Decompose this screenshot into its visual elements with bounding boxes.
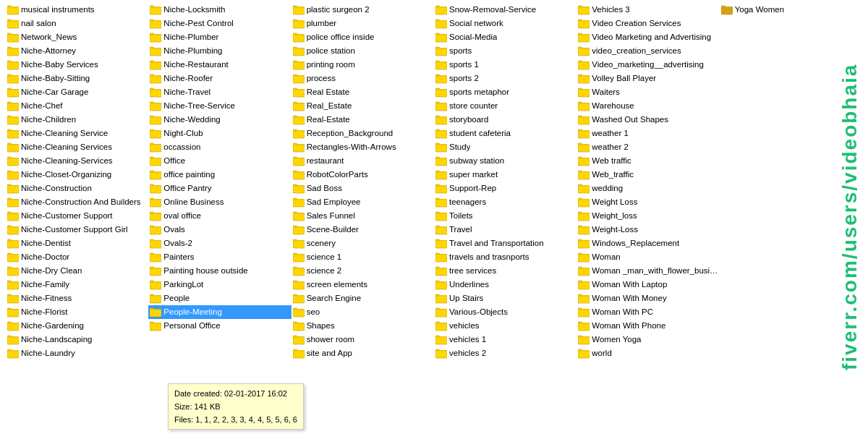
folder-item[interactable]: world [576,346,719,360]
folder-item[interactable]: Niche-Pest Control [148,17,291,30]
folder-item[interactable]: Niche-Restaurant [148,58,291,72]
folder-item[interactable]: Niche-Dentist [6,237,148,250]
folder-item[interactable]: storyboard [434,113,576,127]
folder-item[interactable]: tree services [434,264,576,278]
folder-item[interactable]: Niche-Closet-Organizing [6,168,148,182]
folder-item[interactable]: Woman _man_with_flower_business [576,264,719,278]
folder-item[interactable]: vehicles 1 [434,333,576,346]
folder-item[interactable]: Woman With PC [576,305,719,319]
folder-item[interactable]: Niche-Customer Support Girl [6,223,148,237]
folder-item[interactable]: vehicles 2 [434,346,576,360]
folder-item[interactable]: Niche-Cleaning Services [6,140,148,154]
folder-item[interactable]: Shapes [292,319,434,333]
folder-item[interactable]: police station [292,44,434,58]
folder-item[interactable]: Web_traffic [576,168,719,182]
folder-item[interactable]: Niche-Gardening [6,319,148,333]
folder-item[interactable]: weather 1 [576,127,719,140]
folder-item[interactable]: police office inside [292,30,434,44]
folder-item[interactable]: Woman [576,250,719,264]
folder-item[interactable]: Travel and Transportation [434,237,576,250]
folder-item[interactable]: sports 1 [434,58,576,72]
folder-item[interactable]: Ovals [148,223,291,237]
folder-item[interactable]: Niche-Florist [6,305,148,319]
folder-item[interactable]: sports 2 [434,72,576,85]
folder-item[interactable]: scenery [292,237,434,250]
folder-item[interactable]: Niche-Baby-Sitting [6,72,148,85]
folder-item[interactable]: Weight Loss [576,195,719,209]
folder-item[interactable]: Study [434,140,576,154]
folder-item[interactable]: Niche-Construction [6,182,148,195]
folder-item[interactable]: screen elements [292,278,434,292]
folder-item[interactable]: Painting house outside [148,264,291,278]
folder-item[interactable]: Niche-Construction And Builders [6,195,148,209]
folder-item[interactable]: Niche-Plumber [148,30,291,44]
folder-item[interactable]: Social-Media [434,30,576,44]
folder-item[interactable]: seo [292,305,434,319]
folder-item[interactable]: Volley Ball Player [576,72,719,85]
folder-item[interactable]: Online Business [148,195,291,209]
folder-item[interactable]: RobotColorParts [292,168,434,182]
folder-item[interactable]: Waiters [576,85,719,99]
folder-item[interactable]: Niche-Landscaping [6,333,148,346]
folder-item[interactable]: Sad Employee [292,195,434,209]
folder-item[interactable]: printing room [292,58,434,72]
folder-item[interactable]: student cafeteria [434,127,576,140]
folder-item[interactable]: People-Meeting [148,305,291,319]
folder-item[interactable]: sports [434,44,576,58]
folder-item[interactable]: Real_Estate [292,99,434,113]
folder-item[interactable]: shower room [292,333,434,346]
folder-item[interactable]: Ovals-2 [148,237,291,250]
folder-item[interactable]: Various-Objects [434,305,576,319]
folder-item[interactable]: Video Creation Services [576,17,719,30]
folder-item[interactable]: Underlines [434,278,576,292]
folder-item[interactable]: Scene-Builder [292,223,434,237]
folder-item[interactable]: Woman With Phone [576,319,719,333]
folder-item[interactable]: science 2 [292,264,434,278]
folder-item[interactable]: oval office [148,209,291,223]
folder-item[interactable]: Video_marketing__advertising [576,58,719,72]
folder-item[interactable]: Niche-Dry Clean [6,264,148,278]
folder-item[interactable]: vehicles [434,319,576,333]
folder-item[interactable]: Snow-Removal-Service [434,3,576,17]
folder-item[interactable]: store counter [434,99,576,113]
folder-item[interactable]: Up Stairs [434,292,576,305]
folder-item[interactable]: nail salon [6,17,148,30]
folder-item[interactable]: process [292,72,434,85]
folder-item[interactable]: ParkingLot [148,278,291,292]
folder-item[interactable]: site and App [292,346,434,360]
folder-item[interactable]: teenagers [434,195,576,209]
folder-item[interactable]: plastic surgeon 2 [292,3,434,17]
folder-item[interactable]: subway station [434,154,576,168]
folder-item[interactable]: Yoga Women [720,3,862,17]
folder-item[interactable]: office painting [148,168,291,182]
folder-item[interactable]: Windows_Replacement [576,237,719,250]
folder-item[interactable]: Niche-Baby Services [6,58,148,72]
folder-item[interactable]: video_creation_services [576,44,719,58]
folder-item[interactable]: Niche-Attorney [6,44,148,58]
folder-item[interactable]: Office Pantry [148,182,291,195]
folder-item[interactable]: People [148,292,291,305]
folder-item[interactable]: Washed Out Shapes [576,113,719,127]
folder-item[interactable]: Video Marketing and Advertising [576,30,719,44]
folder-item[interactable]: occassion [148,140,291,154]
folder-item[interactable]: Niche-Car Garage [6,85,148,99]
folder-item[interactable]: Niche-Plumbing [148,44,291,58]
folder-item[interactable]: Niche-Fitness [6,292,148,305]
folder-item[interactable]: Niche-Children [6,113,148,127]
folder-item[interactable]: Niche-Chef [6,99,148,113]
folder-item[interactable]: Woman With Laptop [576,278,719,292]
folder-item[interactable]: Niche-Wedding [148,113,291,127]
folder-item[interactable]: Niche-Locksmith [148,3,291,17]
folder-item[interactable]: Warehouse [576,99,719,113]
folder-item[interactable]: musical instruments [6,3,148,17]
folder-item[interactable]: Support-Rep [434,182,576,195]
folder-item[interactable]: super market [434,168,576,182]
folder-item[interactable]: Search Engine [292,292,434,305]
folder-item[interactable]: Social network [434,17,576,30]
folder-item[interactable]: Real-Estate [292,113,434,127]
folder-item[interactable]: Niche-Laundry [6,346,148,360]
folder-item[interactable]: Travel [434,223,576,237]
folder-item[interactable]: Sales Funnel [292,209,434,223]
folder-item[interactable]: Network_News [6,30,148,44]
folder-item[interactable]: wedding [576,182,719,195]
